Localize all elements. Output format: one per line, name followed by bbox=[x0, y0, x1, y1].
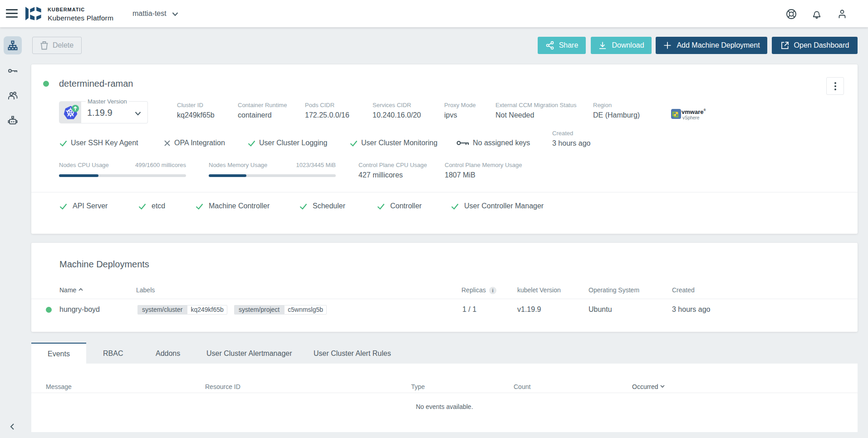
svg-text:i: i bbox=[492, 288, 493, 293]
